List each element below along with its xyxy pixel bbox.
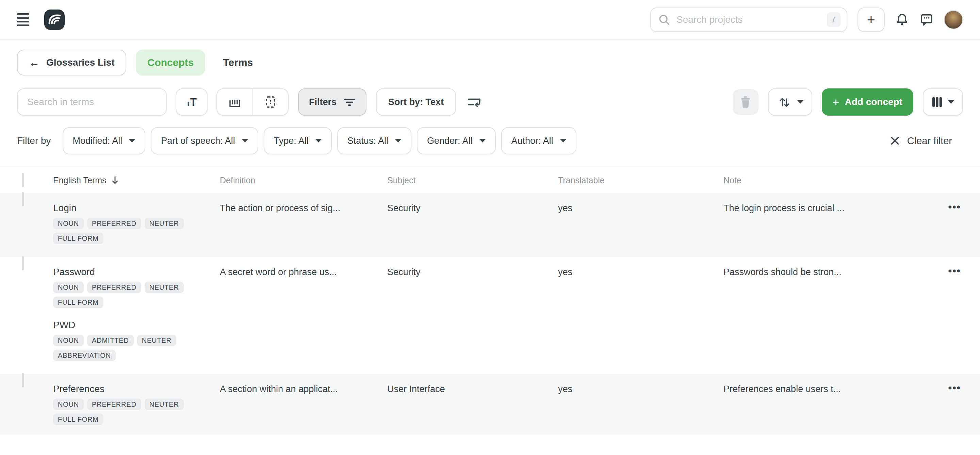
feedback-button[interactable] xyxy=(920,13,934,27)
column-translatable[interactable]: Translatable xyxy=(558,176,724,185)
chat-icon xyxy=(920,13,934,27)
app-logo[interactable] xyxy=(44,10,65,30)
terms-search-input[interactable] xyxy=(17,89,167,116)
select-all-checkbox[interactable] xyxy=(22,173,24,187)
plus-icon: + xyxy=(833,96,840,108)
exact-selection-button[interactable] xyxy=(253,89,288,115)
user-avatar[interactable] xyxy=(944,10,963,29)
tab-concepts[interactable]: Concepts xyxy=(136,50,205,76)
filter-chip-modified[interactable]: Modified: All xyxy=(63,127,146,154)
filters-button-label: Filters xyxy=(309,97,337,108)
filter-by-label: Filter by xyxy=(17,135,51,146)
sort-order-dropdown[interactable] xyxy=(768,89,812,116)
cell-subject: Security xyxy=(387,193,558,214)
term-badge: PREFERRED xyxy=(87,218,141,229)
term-badge: NEUTER xyxy=(145,282,184,293)
clear-filter-label: Clear filter xyxy=(907,135,952,147)
row-checkbox[interactable] xyxy=(22,256,24,270)
sort-by-label: Sort by: Text xyxy=(388,97,444,108)
wrap-lines-button[interactable] xyxy=(466,94,482,110)
term-badge: ADMITTED xyxy=(87,335,134,346)
term-badge: NOUN xyxy=(53,335,84,346)
project-search[interactable]: / xyxy=(650,8,847,32)
filter-bar: Filter by Modified: All Part of speech: … xyxy=(17,127,963,154)
hamburger-menu-button[interactable] xyxy=(17,12,29,27)
plus-icon: + xyxy=(867,12,875,27)
term-name: Password xyxy=(53,266,220,278)
selection-frame-icon xyxy=(263,95,278,109)
project-search-input[interactable] xyxy=(676,14,821,25)
filters-button[interactable]: Filters xyxy=(298,89,366,116)
filter-chip-gender[interactable]: Gender: All xyxy=(417,127,496,154)
glossary-nav: ← Glossaries List Concepts Terms xyxy=(17,50,963,76)
create-new-button[interactable]: + xyxy=(858,8,885,32)
whole-word-icon xyxy=(227,95,242,109)
sort-by-button[interactable]: Sort by: Text xyxy=(376,89,456,116)
match-case-button[interactable]: тT xyxy=(176,89,208,116)
filter-chip-status[interactable]: Status: All xyxy=(337,127,411,154)
cell-definition: A section within an applicat... xyxy=(220,374,387,395)
column-english-terms[interactable]: English Terms xyxy=(53,176,220,185)
filter-chip-author[interactable]: Author: All xyxy=(501,127,576,154)
column-note[interactable]: Note xyxy=(724,176,923,185)
caret-down-icon xyxy=(315,139,321,143)
back-to-glossaries-button[interactable]: ← Glossaries List xyxy=(17,50,126,76)
row-checkbox[interactable] xyxy=(22,192,24,206)
clear-filter-button[interactable]: Clear filter xyxy=(890,135,952,147)
row-actions-button[interactable]: ••• xyxy=(945,200,964,214)
search-icon xyxy=(658,14,670,26)
term-name: Login xyxy=(53,202,220,214)
cell-definition: A secret word or phrase us... xyxy=(220,257,387,278)
caret-down-icon xyxy=(129,139,135,143)
back-arrow-icon: ← xyxy=(29,57,40,68)
trash-icon xyxy=(740,95,752,109)
term-badges: NOUN PREFERRED NEUTER FULL FORM xyxy=(53,398,206,425)
tab-terms[interactable]: Terms xyxy=(223,50,253,76)
columns-dropdown[interactable] xyxy=(923,89,963,116)
shortcut-badge: / xyxy=(827,12,840,27)
add-concept-button[interactable]: + Add concept xyxy=(822,89,913,116)
bell-icon xyxy=(895,13,909,27)
table-row[interactable]: Preferences NOUN PREFERRED NEUTER FULL F… xyxy=(0,374,980,434)
term-badge: NOUN xyxy=(53,282,84,293)
cell-note: Passwords should be stron... xyxy=(724,257,923,278)
table-row[interactable]: Login NOUN PREFERRED NEUTER FULL FORM Th… xyxy=(0,193,980,257)
caret-down-icon xyxy=(479,139,485,143)
term-badge: NOUN xyxy=(53,218,84,229)
cell-translatable: yes xyxy=(558,374,724,395)
row-actions-button[interactable]: ••• xyxy=(945,381,964,395)
term-badge: NOUN xyxy=(53,398,84,410)
term-badge: NEUTER xyxy=(145,398,184,410)
table-row[interactable]: Password NOUN PREFERRED NEUTER FULL FORM… xyxy=(0,257,980,374)
topbar-right: / + xyxy=(650,8,963,32)
cell-translatable: yes xyxy=(558,257,724,278)
term-badge: FULL FORM xyxy=(53,233,103,244)
cell-translatable: yes xyxy=(558,193,724,214)
ellipsis-icon: ••• xyxy=(948,265,961,276)
filter-chip-part-of-speech[interactable]: Part of speech: All xyxy=(151,127,258,154)
filter-chip-type[interactable]: Type: All xyxy=(264,127,332,154)
term-cell: Preferences NOUN PREFERRED NEUTER FULL F… xyxy=(53,374,220,434)
notifications-button[interactable] xyxy=(895,13,909,27)
column-subject[interactable]: Subject xyxy=(387,176,558,185)
term-name: PWD xyxy=(53,319,220,331)
logo-icon xyxy=(46,11,63,28)
ellipsis-icon: ••• xyxy=(948,201,961,212)
whole-word-button[interactable] xyxy=(217,89,253,115)
term-badge: NEUTER xyxy=(137,335,176,346)
column-definition[interactable]: Definition xyxy=(220,176,387,185)
table-header: English Terms Definition Subject Transla… xyxy=(0,167,980,193)
row-checkbox[interactable] xyxy=(22,373,24,387)
hamburger-icon xyxy=(17,13,29,15)
term-badge: PREFERRED xyxy=(87,282,141,293)
caret-down-icon xyxy=(242,139,248,143)
delete-selected-button[interactable] xyxy=(733,89,759,115)
close-icon xyxy=(890,136,900,146)
topbar: / + xyxy=(0,0,980,40)
cell-definition: The action or process of sig... xyxy=(220,193,387,214)
term-badges: NOUN PREFERRED NEUTER FULL FORM xyxy=(53,218,206,244)
cell-note: The login process is crucial ... xyxy=(724,193,923,214)
row-actions-button[interactable]: ••• xyxy=(945,264,964,278)
match-case-icon: тT xyxy=(186,96,197,108)
cell-note: Preferences enable users t... xyxy=(724,374,923,395)
